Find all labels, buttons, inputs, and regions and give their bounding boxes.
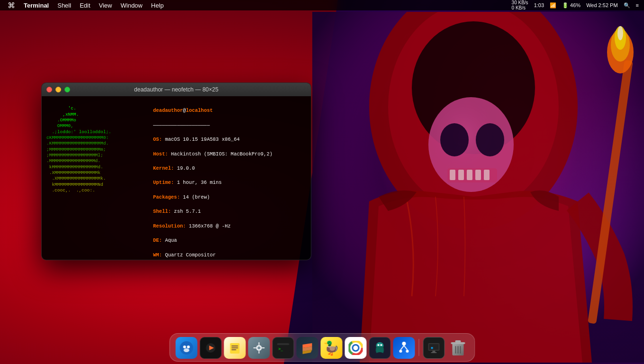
search-icon[interactable]: 🔍 — [622, 2, 632, 9]
svg-rect-9 — [450, 170, 455, 180]
svg-rect-67 — [460, 346, 461, 354]
svg-point-19 — [180, 341, 193, 355]
terminal-body[interactable]: 'c. ,xNMM. .OMMMMo OMMM0, .;loddo:' lool… — [42, 96, 311, 260]
svg-rect-34 — [262, 347, 264, 348]
svg-rect-65 — [455, 346, 456, 354]
svg-rect-11 — [467, 170, 472, 180]
dock-notes[interactable] — [224, 337, 245, 359]
svg-rect-13 — [484, 170, 490, 180]
control-center-icon[interactable]: ≡ — [635, 2, 640, 8]
svg-point-49 — [377, 344, 379, 346]
svg-rect-28 — [231, 349, 236, 350]
svg-rect-10 — [458, 170, 464, 180]
svg-rect-33 — [253, 347, 256, 348]
svg-rect-31 — [258, 342, 259, 345]
svg-point-20 — [183, 346, 186, 348]
svg-point-50 — [380, 344, 382, 346]
svg-point-47 — [353, 346, 358, 350]
menubar-left: ⌘ Terminal Shell Edit View Window Help — [4, 0, 510, 10]
dock-sourcetree[interactable] — [393, 337, 415, 359]
neofetch-art: 'c. ,xNMM. .OMMMMo OMMM0, .;loddo:' lool… — [46, 100, 153, 256]
menu-help[interactable]: Help — [147, 0, 168, 10]
svg-rect-58 — [431, 352, 436, 353]
menubar: ⌘ Terminal Shell Edit View Window Help 3… — [0, 0, 644, 10]
svg-rect-27 — [231, 347, 238, 348]
close-button[interactable] — [46, 87, 52, 92]
dock: >_ 🦆 ▣ — [169, 333, 475, 362]
dock-sublime-text[interactable] — [296, 337, 318, 359]
dock-separator — [418, 339, 419, 356]
dock-duck[interactable]: 🦆 — [320, 337, 342, 359]
svg-point-22 — [183, 348, 189, 352]
svg-line-55 — [404, 346, 407, 350]
dock-gitkraken[interactable] — [369, 337, 390, 359]
wallpaper-art — [312, 12, 644, 363]
svg-point-7 — [476, 123, 504, 156]
svg-point-51 — [402, 342, 406, 346]
svg-rect-32 — [258, 351, 259, 354]
svg-rect-36 — [277, 343, 289, 345]
svg-point-52 — [399, 350, 402, 353]
svg-point-30 — [257, 346, 260, 349]
menu-shell[interactable]: Shell — [54, 0, 75, 10]
battery-icon: 🔋 46% — [561, 2, 582, 9]
network-stats: 30 KB/s0 KB/s — [510, 0, 530, 10]
menu-view[interactable]: View — [95, 0, 116, 10]
terminal-title: deadauthor — neofetch — 80×25 — [134, 86, 218, 93]
dock-monitor-control[interactable]: ▣ — [423, 337, 444, 359]
neofetch-info: deadauthor@localhost ———————————————————… — [153, 100, 306, 256]
svg-rect-12 — [475, 170, 481, 180]
wifi-icon: 📶 — [548, 2, 558, 9]
app-name[interactable]: Terminal — [20, 0, 53, 10]
traffic-lights — [46, 87, 70, 92]
dock-chrome[interactable] — [345, 337, 366, 359]
svg-point-6 — [440, 123, 469, 156]
dock-trash[interactable] — [447, 337, 469, 359]
dock-spacelauncher[interactable] — [200, 337, 221, 359]
dock-terminal[interactable]: >_ — [272, 337, 294, 359]
dock-system-preferences[interactable] — [248, 337, 270, 359]
menu-edit[interactable]: Edit — [76, 0, 94, 10]
minimize-button[interactable] — [55, 87, 61, 92]
maximize-button[interactable] — [64, 87, 70, 92]
svg-line-54 — [400, 346, 404, 350]
datetime: Wed 2:52 PM — [585, 2, 619, 8]
svg-rect-64 — [455, 340, 461, 343]
svg-rect-66 — [457, 346, 458, 354]
menu-window[interactable]: Window — [117, 0, 146, 10]
svg-rect-26 — [231, 346, 238, 346]
battery-time: 1:03 — [533, 2, 545, 8]
dock-finder[interactable] — [175, 337, 197, 359]
svg-point-21 — [187, 346, 190, 348]
svg-rect-57 — [432, 351, 435, 352]
svg-point-18 — [617, 26, 623, 40]
menubar-right: 30 KB/s0 KB/s 1:03 📶 🔋 46% Wed 2:52 PM 🔍… — [510, 0, 640, 10]
svg-text:>_: >_ — [278, 347, 283, 351]
terminal-titlebar: deadauthor — neofetch — 80×25 — [42, 83, 311, 96]
svg-rect-59 — [429, 344, 438, 350]
svg-point-53 — [406, 350, 408, 353]
apple-menu[interactable]: ⌘ — [4, 0, 19, 10]
terminal-window: deadauthor — neofetch — 80×25 'c. ,xNMM.… — [41, 82, 311, 260]
